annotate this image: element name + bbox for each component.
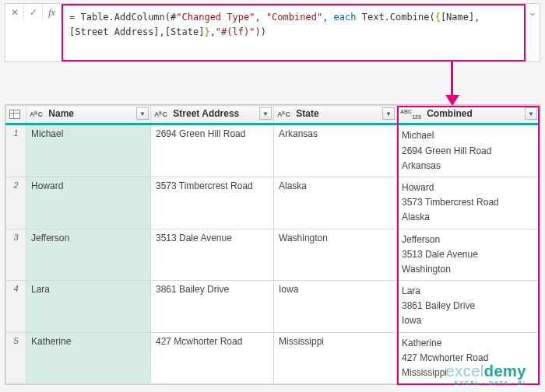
table-row[interactable]: 1Michael2694 Green Hill RoadArkansasMich… [6, 124, 540, 177]
cell-combined[interactable]: Michael2694 Green Hill RoadArkansas [397, 124, 540, 177]
formula-confirm-button[interactable]: ✓ [24, 4, 43, 21]
column-filter-button[interactable]: ▼ [525, 107, 537, 120]
combined-line: Iowa [402, 313, 534, 328]
cell-name[interactable]: Michael [26, 124, 151, 177]
header-label: Combined [427, 108, 473, 119]
header-label: Name [48, 108, 74, 119]
tok: , [322, 12, 333, 23]
tok: "Changed Type" [176, 12, 255, 23]
text-type-icon: AᴮC [30, 111, 43, 118]
header-label: Street Address [173, 108, 239, 119]
row-number[interactable]: 1 [6, 124, 26, 177]
tok: , [255, 12, 265, 23]
combined-line: 3573 Timbercrest Road [402, 195, 534, 210]
close-icon: ✕ [11, 7, 19, 18]
row-number[interactable]: 3 [6, 229, 26, 281]
formula-bar: ✕ ✓ fx = Table.AddColumn(#"Changed Type"… [5, 3, 540, 62]
cell-state[interactable]: Washington [274, 229, 397, 281]
header-row: AᴮC Name ▼ AᴮC Street Address ▼ AᴮC Stat… [6, 106, 540, 124]
data-grid: AᴮC Name ▼ AᴮC Street Address ▼ AᴮC Stat… [5, 104, 540, 385]
text-type-icon: AᴮC [277, 111, 290, 118]
t: 123 [412, 114, 421, 120]
cell-combined[interactable]: Jefferson3513 Dale AvenueWashington [397, 229, 540, 281]
cell-street[interactable]: 3861 Bailey Drive [151, 281, 274, 333]
cell-name[interactable]: Katherine [26, 332, 151, 384]
row-number[interactable]: 5 [6, 332, 26, 384]
cell-combined[interactable]: Katherine427 Mcwhorter RoadMississippi [397, 332, 540, 384]
combined-line: 427 Mcwhorter Road [402, 351, 534, 366]
cell-name[interactable]: Howard [26, 177, 151, 229]
tok: each [334, 12, 357, 23]
cell-state[interactable]: Mississippi [274, 332, 397, 384]
combined-line: Katherine [402, 336, 534, 351]
table-row[interactable]: 2Howard3573 Timbercrest RoadAlaskaHoward… [6, 177, 540, 229]
tok: Table.AddColumn(# [80, 12, 176, 23]
tok: = [69, 12, 80, 23]
table-row[interactable]: 3Jefferson3513 Dale AvenueWashingtonJeff… [6, 229, 540, 281]
cell-state[interactable]: Iowa [274, 281, 397, 333]
text-type-icon: AᴮC [154, 111, 167, 118]
cell-state[interactable]: Arkansas [274, 124, 397, 177]
row-number[interactable]: 4 [6, 281, 26, 333]
any-type-icon: ABC123 [400, 109, 421, 120]
formula-text: = Table.AddColumn(#"Changed Type", "Comb… [69, 12, 480, 37]
combined-line: Arkansas [402, 159, 534, 173]
tok: "Combined" [266, 12, 322, 23]
table-row[interactable]: 5Katherine427 Mcwhorter RoadMississippiK… [6, 332, 540, 384]
column-header-state[interactable]: AᴮC State ▼ [274, 106, 397, 124]
select-all-header[interactable] [6, 106, 26, 124]
tok: { [435, 12, 441, 23]
combined-line: Howard [402, 180, 534, 195]
cell-combined[interactable]: Lara3861 Bailey DriveIowa [397, 281, 540, 333]
tok: } [204, 26, 209, 37]
cell-street[interactable]: 427 Mcwhorter Road [151, 332, 274, 384]
tok: "#(lf)" [216, 26, 255, 37]
cell-combined[interactable]: Howard3573 Timbercrest RoadAlaska [397, 177, 540, 229]
combined-line: Washington [402, 262, 534, 277]
column-filter-button[interactable]: ▼ [259, 107, 272, 120]
row-number[interactable]: 2 [6, 177, 26, 229]
cell-name[interactable]: Jefferson [26, 229, 151, 281]
formula-expand-button[interactable]: ⌄ [526, 4, 540, 18]
t: ABC [400, 109, 412, 114]
combined-line: Mississippi [402, 366, 534, 380]
fx-icon: fx [48, 7, 55, 19]
combined-line: Jefferson [402, 233, 534, 247]
formula-cancel-button[interactable]: ✕ [5, 4, 24, 21]
table-icon [9, 110, 20, 119]
cell-street[interactable]: 2694 Green Hill Road [151, 124, 274, 177]
column-header-name[interactable]: AᴮC Name ▼ [26, 106, 151, 124]
column-header-combined[interactable]: ABC123 Combined ▼ [397, 106, 540, 124]
cell-street[interactable]: 3513 Dale Avenue [151, 229, 274, 281]
formula-input[interactable]: = Table.AddColumn(#"Changed Type", "Comb… [62, 4, 526, 61]
combined-line: 3861 Bailey Drive [402, 299, 534, 313]
tok: Text.Combine( [357, 12, 435, 23]
annotation-arrow [444, 61, 459, 106]
combined-line: 3513 Dale Avenue [402, 247, 534, 262]
combined-line: Alaska [402, 210, 534, 225]
column-filter-button[interactable]: ▼ [136, 107, 149, 120]
combined-line: Michael [402, 128, 534, 143]
check-icon: ✓ [30, 7, 37, 18]
column-filter-button[interactable]: ▼ [382, 107, 395, 120]
table: AᴮC Name ▼ AᴮC Street Address ▼ AᴮC Stat… [5, 105, 540, 384]
combined-line: 2694 Green Hill Road [402, 144, 534, 159]
cell-name[interactable]: Lara [26, 281, 151, 333]
header-label: State [296, 108, 318, 119]
chevron-down-icon: ⌄ [529, 7, 536, 18]
fx-button[interactable]: fx [43, 4, 62, 21]
tok: , [210, 26, 216, 37]
cell-street[interactable]: 3573 Timbercrest Road [151, 177, 274, 229]
combined-line: Lara [402, 284, 534, 299]
table-row[interactable]: 4Lara3861 Bailey DriveIowaLara3861 Baile… [6, 281, 540, 333]
column-header-street[interactable]: AᴮC Street Address ▼ [151, 106, 274, 124]
cell-state[interactable]: Alaska [274, 177, 397, 229]
tok: )) [255, 26, 265, 37]
